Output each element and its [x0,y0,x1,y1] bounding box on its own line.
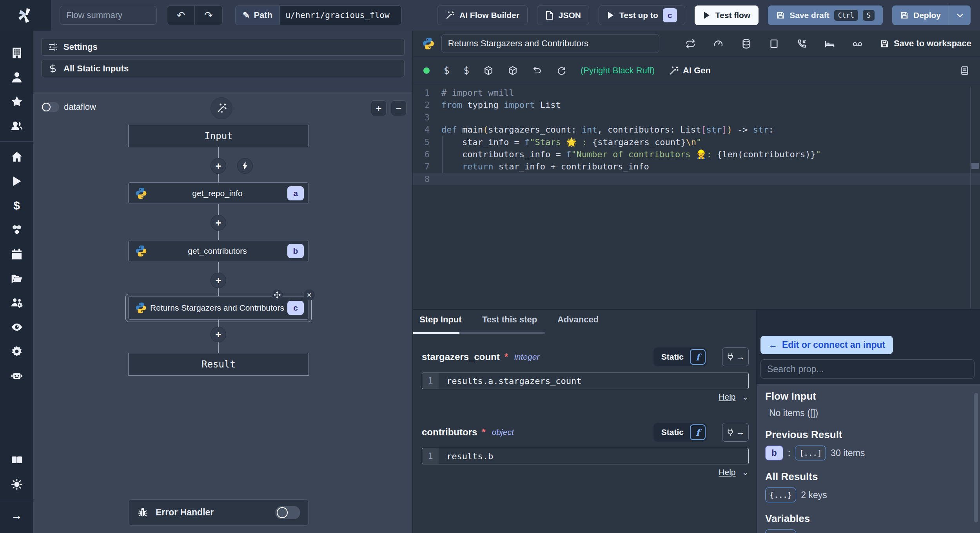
delete-node-button[interactable]: ✕ [304,289,315,300]
library-book-icon[interactable] [960,65,970,76]
graph-node-get-contributors[interactable]: get_contributors b [128,240,309,262]
graph-node-get-repo-info[interactable]: get_repo_info a [128,182,309,204]
variables-icon[interactable]: $ [0,193,33,218]
connect-panel-scrollbar[interactable] [974,393,978,522]
code-line[interactable]: 7 return star_info + contributors_info [413,160,980,173]
editor-scrollbar[interactable] [970,87,971,308]
code-editor[interactable]: 1# import wmill2from typing import List3… [413,84,980,308]
concurrency-voicemail-icon[interactable] [852,38,863,49]
ai-flow-builder-button[interactable]: AI Flow Builder [437,5,528,25]
sleep-bed-icon[interactable] [824,38,835,49]
home-icon[interactable] [0,145,33,169]
deploy-button[interactable]: Deploy [892,5,949,25]
javascript-expression-icon[interactable]: f [690,424,706,440]
trigger-bolt-button[interactable] [237,158,253,174]
step-title-input[interactable] [441,34,659,53]
editor-scrollbar-thumb[interactable] [971,163,979,169]
javascript-expression-icon[interactable]: f [690,349,706,365]
code-line[interactable]: 5 star_info = f"Stars 🌟 : {stargazers_co… [413,136,980,148]
runs-icon[interactable] [0,169,33,193]
help-link[interactable]: Help [719,392,735,401]
add-step-button[interactable]: + [211,327,226,342]
cache-database-icon[interactable] [741,38,751,49]
move-node-handle[interactable] [272,289,283,300]
workers-icon[interactable] [0,291,33,315]
input-mode-toggle[interactable]: Static f [653,347,707,366]
redo-button[interactable]: ↷ [195,6,222,25]
favorites-star-icon[interactable] [0,89,33,114]
resource-picker-icon[interactable]: $ [463,65,469,76]
flow-summary-input[interactable] [60,6,157,25]
tab-test-this-step[interactable]: Test this step [482,315,537,325]
connect-input-button[interactable]: → [722,423,749,442]
ai-gen-button[interactable]: AI Gen [669,65,711,76]
suspend-phone-icon[interactable] [797,38,807,49]
settings-gear-icon[interactable] [0,339,33,364]
deploy-options-button[interactable] [949,5,971,25]
code-line[interactable]: 3 [413,111,980,124]
add-step-button[interactable]: + [211,273,226,288]
flow-settings-button[interactable]: Settings [41,38,405,56]
code-line[interactable]: 2from typing import List [413,99,980,111]
error-handler-toggle[interactable] [275,506,300,519]
resources-icon[interactable] [0,218,33,242]
windmill-logo[interactable] [0,0,51,31]
input-mode-toggle[interactable]: Static f [653,423,707,442]
zoom-out-button[interactable]: − [391,100,407,116]
json-button[interactable]: JSON [537,5,589,25]
code-line[interactable]: 4def main(stargazers_count: int, contrib… [413,124,980,136]
code-line[interactable]: 8 [413,173,980,185]
docs-icon[interactable] [0,448,33,472]
zoom-in-button[interactable]: + [371,100,387,116]
code-line[interactable]: 6 contributors_info = f"Number of contri… [413,148,980,160]
line-number: 1 [413,87,430,99]
workspace-icon[interactable] [0,41,33,65]
expression-editor[interactable]: 1 results.b [422,448,749,464]
save-to-workspace-button[interactable]: Save to workspace [880,38,971,49]
previous-result-collapsed-array[interactable]: [...] [795,446,826,460]
expression-editor[interactable]: 1 results.a.stargazers_count [422,373,749,389]
reset-undo-icon[interactable] [532,65,542,76]
package-icon[interactable] [483,65,494,76]
all-results-collapsed-object[interactable]: {...} [765,488,796,502]
graph-node-input[interactable]: Input [128,125,309,147]
dataflow-toggle[interactable] [41,102,59,112]
expand-sidebar-icon[interactable]: → [0,503,33,528]
ai-wand-button[interactable] [211,97,232,119]
user-icon[interactable] [0,65,33,89]
early-stop-gauge-icon[interactable] [713,38,724,49]
linter-badges[interactable]: (Pyright Black Ruff) [581,65,655,76]
package-icon[interactable] [508,65,518,76]
save-draft-button[interactable]: Save draft Ctrl S [768,5,883,25]
mock-square-icon[interactable] [769,38,779,49]
theme-toggle-icon[interactable] [0,472,33,497]
test-up-to-button[interactable]: Test up to c [599,5,685,25]
folders-icon[interactable] [0,266,33,291]
audit-logs-eye-icon[interactable] [0,315,33,339]
retries-repeat-icon[interactable] [685,38,696,49]
path-input[interactable] [279,5,402,25]
schedules-icon[interactable] [0,242,33,266]
tab-step-input[interactable]: Step Input [419,315,462,325]
search-prop-input[interactable] [760,359,975,379]
test-flow-button[interactable]: Test flow [695,5,759,25]
graph-node-result[interactable]: Result [128,353,309,376]
reload-icon[interactable] [556,65,566,76]
ai-robot-icon[interactable] [0,364,33,388]
variable-picker-icon[interactable]: $ [444,65,449,76]
groups-icon[interactable] [0,114,33,138]
edit-or-connect-button[interactable]: ← Edit or connect an input [760,336,893,354]
error-handler-node[interactable]: Error Handler [129,499,309,526]
help-link[interactable]: Help [719,468,735,477]
graph-node-returns-stargazers[interactable]: Returns Stargazers and Contributors c [128,296,309,320]
connect-input-button[interactable]: → [722,347,749,366]
path-edit-button[interactable]: ✎ Path [235,5,279,25]
undo-button[interactable]: ↶ [167,6,195,25]
code-line[interactable]: 1# import wmill [413,87,980,99]
previous-result-key-badge[interactable]: b [765,446,783,460]
add-step-button[interactable]: + [211,215,226,231]
tab-advanced[interactable]: Advanced [557,315,599,325]
variables-collapsed-object[interactable]: {...} [765,529,796,533]
add-step-button[interactable]: + [211,158,226,174]
all-static-inputs-button[interactable]: All Static Inputs [41,60,405,77]
